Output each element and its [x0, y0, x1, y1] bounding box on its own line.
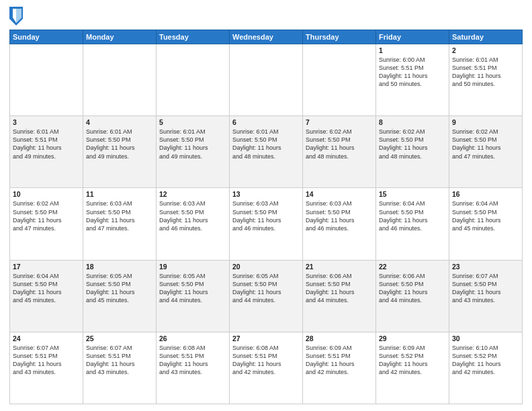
day-info: Sunrise: 6:03 AM Sunset: 5:50 PM Dayligh…: [86, 199, 153, 232]
weekday-header-tuesday: Tuesday: [157, 30, 230, 44]
day-cell: 15Sunrise: 6:04 AM Sunset: 5:50 PM Dayli…: [376, 188, 449, 260]
day-info: Sunrise: 6:01 AM Sunset: 5:50 PM Dayligh…: [86, 128, 153, 161]
day-info: Sunrise: 6:07 AM Sunset: 5:51 PM Dayligh…: [13, 344, 80, 377]
day-info: Sunrise: 6:01 AM Sunset: 5:50 PM Dayligh…: [232, 128, 300, 161]
day-info: Sunrise: 6:06 AM Sunset: 5:50 PM Dayligh…: [306, 272, 373, 305]
weekday-header-friday: Friday: [376, 30, 449, 44]
weekday-header-row: SundayMondayTuesdayWednesdayThursdayFrid…: [10, 30, 523, 44]
logo: [9, 7, 26, 26]
day-info: Sunrise: 6:00 AM Sunset: 5:51 PM Dayligh…: [379, 56, 446, 89]
day-info: Sunrise: 6:08 AM Sunset: 5:51 PM Dayligh…: [232, 344, 300, 377]
weekday-header-thursday: Thursday: [303, 30, 376, 44]
week-row-5: 24Sunrise: 6:07 AM Sunset: 5:51 PM Dayli…: [10, 332, 523, 404]
day-cell: 2Sunrise: 6:01 AM Sunset: 5:51 PM Daylig…: [449, 44, 523, 116]
day-cell: 3Sunrise: 6:01 AM Sunset: 5:51 PM Daylig…: [10, 116, 83, 188]
day-info: Sunrise: 6:01 AM Sunset: 5:51 PM Dayligh…: [452, 56, 519, 89]
day-cell: 12Sunrise: 6:03 AM Sunset: 5:50 PM Dayli…: [157, 188, 230, 260]
day-number: 5: [159, 118, 226, 126]
day-cell: 7Sunrise: 6:02 AM Sunset: 5:50 PM Daylig…: [303, 116, 376, 188]
day-number: 23: [452, 263, 519, 271]
day-info: Sunrise: 6:05 AM Sunset: 5:50 PM Dayligh…: [86, 272, 153, 305]
week-row-4: 17Sunrise: 6:04 AM Sunset: 5:50 PM Dayli…: [10, 260, 523, 332]
day-number: 14: [306, 190, 373, 198]
day-cell: 13Sunrise: 6:03 AM Sunset: 5:50 PM Dayli…: [230, 188, 303, 260]
day-cell: 23Sunrise: 6:07 AM Sunset: 5:50 PM Dayli…: [449, 260, 523, 332]
day-cell: 16Sunrise: 6:04 AM Sunset: 5:50 PM Dayli…: [449, 188, 523, 260]
day-cell: 27Sunrise: 6:08 AM Sunset: 5:51 PM Dayli…: [230, 332, 303, 404]
logo-icon: [9, 7, 23, 26]
day-info: Sunrise: 6:01 AM Sunset: 5:50 PM Dayligh…: [159, 128, 226, 161]
day-info: Sunrise: 6:06 AM Sunset: 5:50 PM Dayligh…: [379, 272, 446, 305]
day-number: 9: [452, 118, 519, 126]
day-cell: 24Sunrise: 6:07 AM Sunset: 5:51 PM Dayli…: [10, 332, 83, 404]
day-info: Sunrise: 6:07 AM Sunset: 5:50 PM Dayligh…: [452, 272, 519, 305]
day-info: Sunrise: 6:09 AM Sunset: 5:51 PM Dayligh…: [306, 344, 373, 377]
weekday-header-monday: Monday: [83, 30, 157, 44]
day-cell: 21Sunrise: 6:06 AM Sunset: 5:50 PM Dayli…: [303, 260, 376, 332]
day-cell: 25Sunrise: 6:07 AM Sunset: 5:51 PM Dayli…: [83, 332, 157, 404]
day-cell: [230, 44, 303, 116]
day-cell: 1Sunrise: 6:00 AM Sunset: 5:51 PM Daylig…: [376, 44, 449, 116]
day-cell: 5Sunrise: 6:01 AM Sunset: 5:50 PM Daylig…: [157, 116, 230, 188]
day-number: 16: [452, 190, 519, 198]
day-number: 13: [232, 190, 300, 198]
day-cell: [83, 44, 157, 116]
day-number: 6: [232, 118, 300, 126]
day-cell: 20Sunrise: 6:05 AM Sunset: 5:50 PM Dayli…: [230, 260, 303, 332]
day-number: 11: [86, 190, 153, 198]
day-cell: 14Sunrise: 6:03 AM Sunset: 5:50 PM Dayli…: [303, 188, 376, 260]
day-cell: 9Sunrise: 6:02 AM Sunset: 5:50 PM Daylig…: [449, 116, 523, 188]
day-cell: 18Sunrise: 6:05 AM Sunset: 5:50 PM Dayli…: [83, 260, 157, 332]
day-number: 17: [13, 263, 80, 271]
day-info: Sunrise: 6:05 AM Sunset: 5:50 PM Dayligh…: [232, 272, 300, 305]
day-cell: 8Sunrise: 6:02 AM Sunset: 5:50 PM Daylig…: [376, 116, 449, 188]
day-info: Sunrise: 6:02 AM Sunset: 5:50 PM Dayligh…: [379, 128, 446, 161]
day-number: 3: [13, 118, 80, 126]
day-info: Sunrise: 6:02 AM Sunset: 5:50 PM Dayligh…: [452, 128, 519, 161]
header: [9, 7, 523, 26]
day-cell: 6Sunrise: 6:01 AM Sunset: 5:50 PM Daylig…: [230, 116, 303, 188]
day-info: Sunrise: 6:03 AM Sunset: 5:50 PM Dayligh…: [159, 199, 226, 232]
day-number: 8: [379, 118, 446, 126]
day-cell: 22Sunrise: 6:06 AM Sunset: 5:50 PM Dayli…: [376, 260, 449, 332]
day-number: 7: [306, 118, 373, 126]
day-number: 26: [159, 334, 226, 342]
day-info: Sunrise: 6:09 AM Sunset: 5:52 PM Dayligh…: [379, 344, 446, 377]
day-number: 15: [379, 190, 446, 198]
day-cell: 26Sunrise: 6:08 AM Sunset: 5:51 PM Dayli…: [157, 332, 230, 404]
day-info: Sunrise: 6:08 AM Sunset: 5:51 PM Dayligh…: [159, 344, 226, 377]
day-number: 25: [86, 334, 153, 342]
day-info: Sunrise: 6:02 AM Sunset: 5:50 PM Dayligh…: [306, 128, 373, 161]
day-info: Sunrise: 6:04 AM Sunset: 5:50 PM Dayligh…: [452, 199, 519, 232]
day-info: Sunrise: 6:03 AM Sunset: 5:50 PM Dayligh…: [232, 199, 300, 232]
day-number: 28: [306, 334, 373, 342]
day-number: 18: [86, 263, 153, 271]
weekday-header-saturday: Saturday: [449, 30, 523, 44]
day-cell: 4Sunrise: 6:01 AM Sunset: 5:50 PM Daylig…: [83, 116, 157, 188]
day-cell: 11Sunrise: 6:03 AM Sunset: 5:50 PM Dayli…: [83, 188, 157, 260]
day-info: Sunrise: 6:04 AM Sunset: 5:50 PM Dayligh…: [13, 272, 80, 305]
day-number: 27: [232, 334, 300, 342]
day-info: Sunrise: 6:05 AM Sunset: 5:50 PM Dayligh…: [159, 272, 226, 305]
day-info: Sunrise: 6:01 AM Sunset: 5:51 PM Dayligh…: [13, 128, 80, 161]
day-cell: [10, 44, 83, 116]
day-info: Sunrise: 6:10 AM Sunset: 5:52 PM Dayligh…: [452, 344, 519, 377]
day-cell: [157, 44, 230, 116]
day-number: 1: [379, 46, 446, 54]
week-row-1: 1Sunrise: 6:00 AM Sunset: 5:51 PM Daylig…: [10, 44, 523, 116]
day-info: Sunrise: 6:03 AM Sunset: 5:50 PM Dayligh…: [306, 199, 373, 232]
day-number: 30: [452, 334, 519, 342]
day-number: 10: [13, 190, 80, 198]
day-cell: 30Sunrise: 6:10 AM Sunset: 5:52 PM Dayli…: [449, 332, 523, 404]
day-number: 21: [306, 263, 373, 271]
page: SundayMondayTuesdayWednesdayThursdayFrid…: [0, 0, 532, 411]
day-info: Sunrise: 6:07 AM Sunset: 5:51 PM Dayligh…: [86, 344, 153, 377]
day-number: 19: [159, 263, 226, 271]
day-info: Sunrise: 6:04 AM Sunset: 5:50 PM Dayligh…: [379, 199, 446, 232]
day-cell: 17Sunrise: 6:04 AM Sunset: 5:50 PM Dayli…: [10, 260, 83, 332]
day-cell: 28Sunrise: 6:09 AM Sunset: 5:51 PM Dayli…: [303, 332, 376, 404]
day-cell: 29Sunrise: 6:09 AM Sunset: 5:52 PM Dayli…: [376, 332, 449, 404]
day-number: 20: [232, 263, 300, 271]
weekday-header-wednesday: Wednesday: [230, 30, 303, 44]
day-number: 2: [452, 46, 519, 54]
